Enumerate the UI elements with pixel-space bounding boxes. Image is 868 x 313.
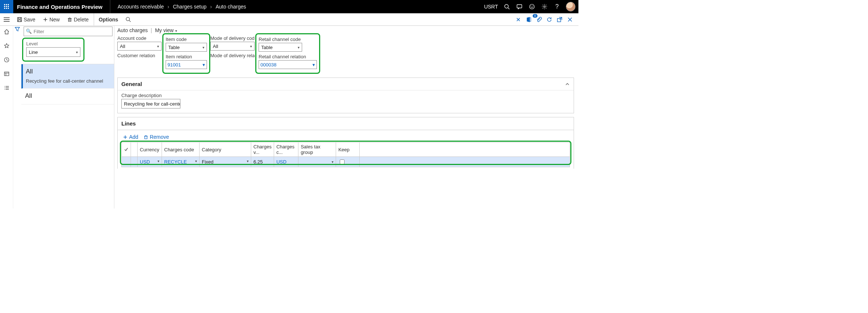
cell-charges-currency[interactable]: USD — [276, 159, 286, 165]
lines-grid[interactable]: Currency Charges code Category Charges v… — [121, 142, 570, 167]
app-launcher-icon[interactable] — [0, 0, 13, 13]
cell-keep-checkbox[interactable] — [340, 159, 345, 164]
mode-relation-input[interactable] — [210, 59, 255, 68]
level-label: Level — [26, 41, 80, 47]
filter-input[interactable] — [24, 27, 113, 36]
mode-code-label: Mode of delivery code — [210, 35, 255, 41]
item-code-label: Item code — [166, 37, 207, 42]
item-code-select[interactable]: Table▾ — [166, 43, 207, 52]
svg-line-10 — [508, 8, 509, 9]
mode-relation-label: Mode of delivery relation — [210, 53, 255, 58]
save-button[interactable]: Save — [13, 13, 39, 25]
svg-rect-47 — [145, 136, 147, 138]
left-panel: 🔍 Level Line ▾ All Recycling fee for cal… — [21, 26, 114, 209]
home-icon[interactable] — [3, 28, 10, 35]
lines-title: Lines — [121, 120, 136, 127]
row-menu-header — [131, 142, 138, 157]
app-title: Finance and Operations Preview — [13, 0, 110, 13]
cell-charges-value[interactable]: 6.25 — [251, 157, 274, 167]
topbar-right: USRT ? — [484, 2, 578, 11]
list-item[interactable]: All Recycling fee for call-center channe… — [21, 64, 114, 89]
svg-rect-21 — [18, 20, 21, 22]
breadcrumb-item[interactable]: Charges setup — [173, 4, 207, 10]
svg-rect-7 — [6, 8, 7, 9]
svg-point-12 — [530, 4, 535, 9]
smiley-icon[interactable] — [528, 3, 536, 10]
account-code-select[interactable]: All▾ — [117, 42, 162, 51]
view-selector[interactable]: My view ▾ — [155, 27, 177, 33]
gear-icon[interactable] — [541, 3, 548, 10]
chevron-down-icon: ▾ — [203, 45, 204, 49]
col-keep[interactable]: Keep — [336, 142, 360, 157]
col-sales-tax[interactable]: Sales tax group — [298, 142, 336, 157]
chevron-down-icon: ▾ — [175, 29, 177, 33]
divider: | — [151, 27, 152, 33]
svg-point-15 — [544, 6, 545, 7]
delete-button[interactable]: Delete — [63, 13, 92, 25]
svg-rect-36 — [4, 72, 9, 76]
chevron-down-icon: ▾ — [332, 160, 333, 164]
main-area: Auto charges | My view ▾ Account code Al… — [114, 26, 576, 209]
workspace-icon[interactable] — [3, 70, 10, 78]
modules-icon[interactable] — [3, 84, 10, 92]
remove-line-button[interactable]: Remove — [143, 134, 169, 140]
chat-icon[interactable] — [516, 3, 523, 10]
table-row[interactable]: USD ▾ RECYCLE ▾ Fixed ▾ 6.25 USD ▾ — [122, 157, 570, 167]
nav-toggle-icon[interactable] — [0, 17, 13, 22]
company-code[interactable]: USRT — [484, 4, 498, 10]
link-icon[interactable] — [515, 16, 522, 23]
recent-icon[interactable] — [3, 56, 10, 63]
retail-relation-label: Retail channel relation — [259, 54, 317, 59]
delete-label: Delete — [74, 17, 89, 23]
search-icon[interactable] — [503, 3, 511, 10]
level-value: Line — [29, 49, 38, 55]
retail-code-select[interactable]: Table▾ — [259, 43, 302, 52]
refresh-icon[interactable] — [546, 16, 553, 23]
customer-relation-input[interactable] — [117, 59, 162, 68]
col-charges-code[interactable]: Charges code — [162, 142, 200, 157]
list-item-title: All — [26, 68, 110, 75]
col-charges-value[interactable]: Charges v... — [251, 142, 274, 157]
cell-currency[interactable]: USD — [140, 159, 150, 165]
new-label: New — [49, 17, 60, 23]
add-line-button[interactable]: Add — [123, 134, 138, 140]
chevron-down-icon: ▾ — [203, 62, 205, 68]
chevron-right-icon: › — [210, 4, 212, 10]
help-icon[interactable]: ? — [553, 3, 561, 10]
svg-rect-5 — [8, 6, 9, 7]
check-icon[interactable] — [124, 147, 128, 152]
cell-category[interactable]: Fixed — [202, 159, 214, 165]
avatar[interactable] — [566, 2, 575, 11]
new-button[interactable]: New — [39, 13, 63, 25]
filter-pane-icon[interactable] — [13, 26, 21, 36]
list-item[interactable]: All — [21, 89, 114, 104]
office-icon[interactable] — [525, 16, 532, 23]
col-category[interactable]: Category — [200, 142, 251, 157]
chevron-down-icon: ▾ — [312, 62, 315, 68]
col-currency[interactable]: Currency — [138, 142, 162, 157]
action-right: 0 — [515, 16, 576, 23]
col-charges-currency[interactable]: Charges c... — [274, 142, 298, 157]
svg-point-14 — [533, 6, 533, 6]
popout-icon[interactable] — [556, 16, 563, 23]
cell-charges-code[interactable]: RECYCLE — [164, 159, 187, 165]
charge-desc-input[interactable]: Recycling fee for call-center c... — [121, 99, 180, 109]
page-search-icon[interactable] — [122, 13, 135, 25]
level-select[interactable]: Line ▾ — [26, 47, 80, 57]
chevron-down-icon: ▾ — [76, 50, 78, 54]
item-relation-input[interactable]: 91001▾ — [166, 60, 207, 69]
chevron-down-icon: ▾ — [195, 159, 197, 163]
left-rail — [0, 26, 13, 209]
breadcrumb-item[interactable]: Accounts receivable — [118, 4, 164, 10]
retail-relation-input[interactable]: 000038▾ — [259, 60, 317, 69]
svg-rect-8 — [8, 8, 9, 9]
svg-point-29 — [126, 17, 129, 21]
close-icon[interactable] — [567, 16, 573, 23]
breadcrumb-item[interactable]: Auto charges — [215, 4, 246, 10]
collapse-icon[interactable] — [565, 82, 570, 87]
attach-icon[interactable]: 0 — [536, 16, 542, 23]
mode-code-select[interactable]: All▾ — [210, 42, 255, 51]
breadcrumb: Accounts receivable › Charges setup › Au… — [110, 4, 246, 10]
options-button[interactable]: Options — [94, 13, 122, 25]
star-icon[interactable] — [3, 42, 10, 49]
